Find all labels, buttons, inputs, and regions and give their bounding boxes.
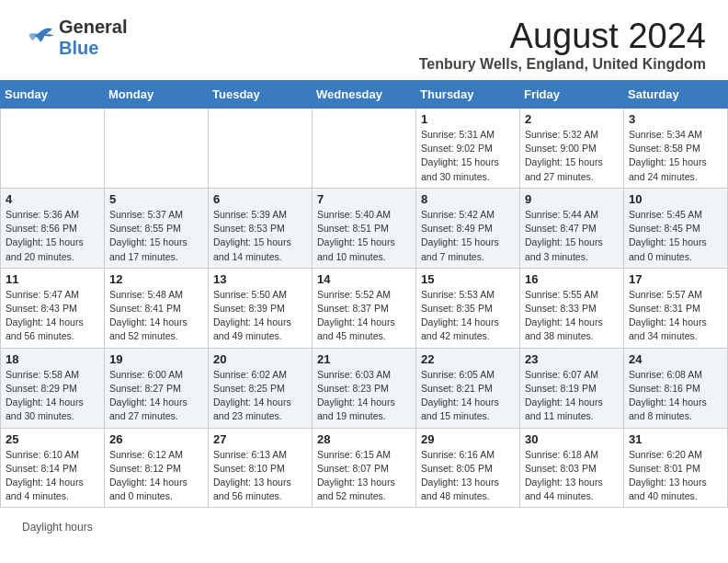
day-info: Sunrise: 6:05 AMSunset: 8:21 PMDaylight:… xyxy=(421,368,515,424)
day-number: 28 xyxy=(317,432,411,446)
day-number: 29 xyxy=(421,432,515,446)
calendar-cell: 12Sunrise: 5:48 AMSunset: 8:41 PMDayligh… xyxy=(105,268,209,348)
day-info: Sunrise: 5:48 AMSunset: 8:41 PMDaylight:… xyxy=(109,288,203,344)
calendar-day-header-thursday: Thursday xyxy=(416,81,520,109)
calendar-cell: 31Sunrise: 6:20 AMSunset: 8:01 PMDayligh… xyxy=(624,428,728,508)
calendar-cell: 26Sunrise: 6:12 AMSunset: 8:12 PMDayligh… xyxy=(105,428,209,508)
day-info: Sunrise: 5:55 AMSunset: 8:33 PMDaylight:… xyxy=(525,288,619,344)
calendar-week-row: 25Sunrise: 6:10 AMSunset: 8:14 PMDayligh… xyxy=(1,428,728,508)
calendar-week-row: 11Sunrise: 5:47 AMSunset: 8:43 PMDayligh… xyxy=(1,268,728,348)
month-title: August 2024 xyxy=(419,17,706,56)
calendar-week-row: 1Sunrise: 5:31 AMSunset: 9:02 PMDaylight… xyxy=(1,109,728,189)
day-info: Sunrise: 6:07 AMSunset: 8:19 PMDaylight:… xyxy=(525,368,619,424)
calendar-day-header-friday: Friday xyxy=(520,81,624,109)
day-number: 5 xyxy=(109,192,203,206)
calendar-cell: 22Sunrise: 6:05 AMSunset: 8:21 PMDayligh… xyxy=(416,348,520,428)
day-info: Sunrise: 5:45 AMSunset: 8:45 PMDaylight:… xyxy=(629,208,722,264)
logo-blue: Blue xyxy=(59,38,98,58)
day-info: Sunrise: 5:32 AMSunset: 9:00 PMDaylight:… xyxy=(525,128,619,184)
calendar-day-header-saturday: Saturday xyxy=(624,81,728,109)
calendar-cell: 25Sunrise: 6:10 AMSunset: 8:14 PMDayligh… xyxy=(1,428,105,508)
day-info: Sunrise: 6:15 AMSunset: 8:07 PMDaylight:… xyxy=(317,448,411,504)
day-info: Sunrise: 6:16 AMSunset: 8:05 PMDaylight:… xyxy=(421,448,515,504)
calendar-week-row: 18Sunrise: 5:58 AMSunset: 8:29 PMDayligh… xyxy=(1,348,728,428)
day-info: Sunrise: 5:50 AMSunset: 8:39 PMDaylight:… xyxy=(213,288,307,344)
calendar-cell: 21Sunrise: 6:03 AMSunset: 8:23 PMDayligh… xyxy=(313,348,416,428)
day-info: Sunrise: 5:39 AMSunset: 8:53 PMDaylight:… xyxy=(213,208,307,264)
day-number: 23 xyxy=(525,352,619,366)
calendar-cell: 7Sunrise: 5:40 AMSunset: 8:51 PMDaylight… xyxy=(313,188,416,268)
day-number: 11 xyxy=(6,272,99,286)
page-header: General Blue August 2024 Tenbury Wells, … xyxy=(0,0,728,80)
day-number: 19 xyxy=(109,352,203,366)
calendar-cell: 10Sunrise: 5:45 AMSunset: 8:45 PMDayligh… xyxy=(624,188,728,268)
day-info: Sunrise: 6:18 AMSunset: 8:03 PMDaylight:… xyxy=(525,448,619,504)
day-info: Sunrise: 6:08 AMSunset: 8:16 PMDaylight:… xyxy=(629,368,722,424)
day-info: Sunrise: 5:40 AMSunset: 8:51 PMDaylight:… xyxy=(317,208,411,264)
day-number: 8 xyxy=(421,192,515,206)
day-number: 21 xyxy=(317,352,411,366)
calendar-cell xyxy=(313,109,416,189)
calendar-day-header-monday: Monday xyxy=(105,81,209,109)
footer: Daylight hours xyxy=(0,517,728,543)
calendar-cell: 15Sunrise: 5:53 AMSunset: 8:35 PMDayligh… xyxy=(416,268,520,348)
day-info: Sunrise: 6:13 AMSunset: 8:10 PMDaylight:… xyxy=(213,448,307,504)
calendar-cell: 29Sunrise: 6:16 AMSunset: 8:05 PMDayligh… xyxy=(416,428,520,508)
location: Tenbury Wells, England, United Kingdom xyxy=(419,56,706,73)
day-info: Sunrise: 6:00 AMSunset: 8:27 PMDaylight:… xyxy=(109,368,203,424)
day-number: 17 xyxy=(629,272,722,286)
day-info: Sunrise: 5:42 AMSunset: 8:49 PMDaylight:… xyxy=(421,208,515,264)
logo-bird-icon xyxy=(22,25,55,51)
calendar-cell: 14Sunrise: 5:52 AMSunset: 8:37 PMDayligh… xyxy=(313,268,416,348)
calendar-day-header-sunday: Sunday xyxy=(1,81,105,109)
calendar-week-row: 4Sunrise: 5:36 AMSunset: 8:56 PMDaylight… xyxy=(1,188,728,268)
day-number: 27 xyxy=(213,432,307,446)
calendar-cell: 6Sunrise: 5:39 AMSunset: 8:53 PMDaylight… xyxy=(209,188,313,268)
calendar-cell: 1Sunrise: 5:31 AMSunset: 9:02 PMDaylight… xyxy=(416,109,520,189)
calendar-header-row: SundayMondayTuesdayWednesdayThursdayFrid… xyxy=(1,81,728,109)
day-number: 10 xyxy=(629,192,722,206)
day-number: 20 xyxy=(213,352,307,366)
calendar-cell: 11Sunrise: 5:47 AMSunset: 8:43 PMDayligh… xyxy=(1,268,105,348)
calendar-cell: 17Sunrise: 5:57 AMSunset: 8:31 PMDayligh… xyxy=(624,268,728,348)
day-number: 13 xyxy=(213,272,307,286)
calendar-cell: 13Sunrise: 5:50 AMSunset: 8:39 PMDayligh… xyxy=(209,268,313,348)
calendar-cell: 19Sunrise: 6:00 AMSunset: 8:27 PMDayligh… xyxy=(105,348,209,428)
day-number: 4 xyxy=(6,192,99,206)
day-number: 2 xyxy=(525,112,619,126)
day-number: 7 xyxy=(317,192,411,206)
day-number: 15 xyxy=(421,272,515,286)
day-info: Sunrise: 5:47 AMSunset: 8:43 PMDaylight:… xyxy=(6,288,99,344)
calendar-table: SundayMondayTuesdayWednesdayThursdayFrid… xyxy=(0,80,728,508)
calendar-cell xyxy=(209,109,313,189)
day-info: Sunrise: 5:36 AMSunset: 8:56 PMDaylight:… xyxy=(6,208,99,264)
calendar-cell: 5Sunrise: 5:37 AMSunset: 8:55 PMDaylight… xyxy=(105,188,209,268)
title-area: August 2024 Tenbury Wells, England, Unit… xyxy=(419,17,706,73)
day-info: Sunrise: 5:37 AMSunset: 8:55 PMDaylight:… xyxy=(109,208,203,264)
day-number: 22 xyxy=(421,352,515,366)
day-number: 31 xyxy=(629,432,722,446)
calendar-cell xyxy=(1,109,105,189)
day-info: Sunrise: 6:10 AMSunset: 8:14 PMDaylight:… xyxy=(6,448,99,504)
day-number: 9 xyxy=(525,192,619,206)
day-info: Sunrise: 6:20 AMSunset: 8:01 PMDaylight:… xyxy=(629,448,722,504)
logo-general: General xyxy=(59,17,127,37)
calendar-cell: 30Sunrise: 6:18 AMSunset: 8:03 PMDayligh… xyxy=(520,428,624,508)
day-number: 26 xyxy=(109,432,203,446)
calendar-cell: 9Sunrise: 5:44 AMSunset: 8:47 PMDaylight… xyxy=(520,188,624,268)
day-number: 24 xyxy=(629,352,722,366)
calendar-cell: 8Sunrise: 5:42 AMSunset: 8:49 PMDaylight… xyxy=(416,188,520,268)
day-info: Sunrise: 5:52 AMSunset: 8:37 PMDaylight:… xyxy=(317,288,411,344)
calendar-cell xyxy=(105,109,209,189)
calendar-cell: 24Sunrise: 6:08 AMSunset: 8:16 PMDayligh… xyxy=(624,348,728,428)
calendar-cell: 18Sunrise: 5:58 AMSunset: 8:29 PMDayligh… xyxy=(1,348,105,428)
day-info: Sunrise: 5:44 AMSunset: 8:47 PMDaylight:… xyxy=(525,208,619,264)
calendar-cell: 28Sunrise: 6:15 AMSunset: 8:07 PMDayligh… xyxy=(313,428,416,508)
logo: General Blue xyxy=(22,17,127,59)
day-info: Sunrise: 6:03 AMSunset: 8:23 PMDaylight:… xyxy=(317,368,411,424)
day-number: 16 xyxy=(525,272,619,286)
calendar-cell: 23Sunrise: 6:07 AMSunset: 8:19 PMDayligh… xyxy=(520,348,624,428)
day-number: 12 xyxy=(109,272,203,286)
day-number: 18 xyxy=(6,352,99,366)
day-number: 6 xyxy=(213,192,307,206)
